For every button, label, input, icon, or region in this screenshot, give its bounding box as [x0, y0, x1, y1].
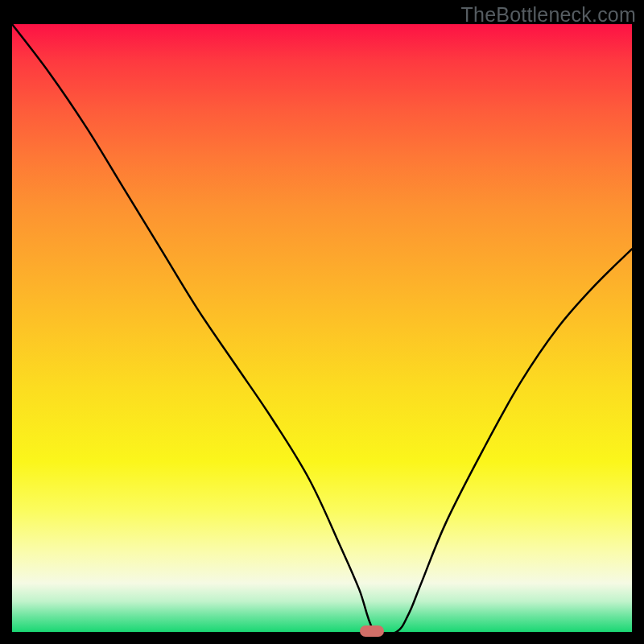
chart-frame: TheBottleneck.com [0, 0, 644, 644]
plot-area [12, 24, 632, 632]
optimal-marker [360, 625, 384, 637]
watermark-text: TheBottleneck.com [461, 3, 636, 27]
bottleneck-curve [12, 24, 632, 632]
